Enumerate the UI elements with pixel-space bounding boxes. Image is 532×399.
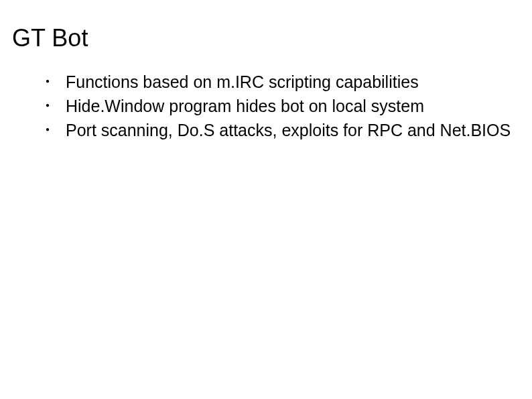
slide-title: GT Bot [12,24,512,52]
list-item: Port scanning, Do.S attacks, exploits fo… [46,119,512,141]
bullet-list: Functions based on m.IRC scripting capab… [46,71,512,141]
list-item: Hide.Window program hides bot on local s… [46,95,512,117]
slide: GT Bot Functions based on m.IRC scriptin… [0,0,532,399]
list-item: Functions based on m.IRC scripting capab… [46,71,512,93]
slide-content: Functions based on m.IRC scripting capab… [20,71,512,141]
